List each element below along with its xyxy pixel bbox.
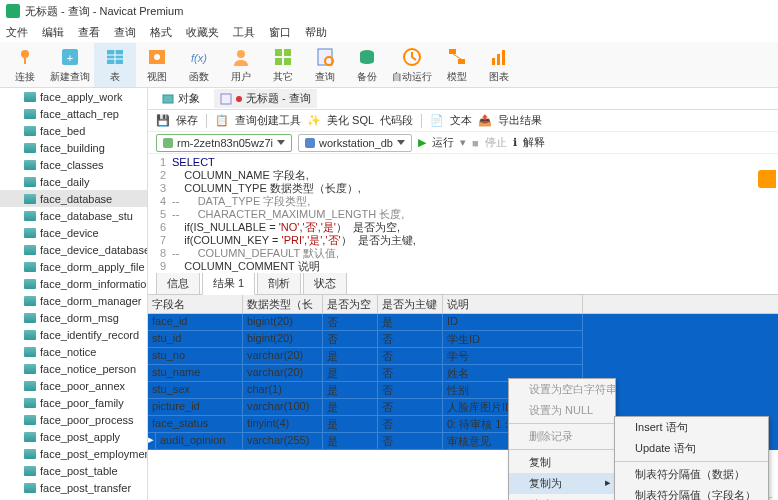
sidebar-item[interactable]: face_notice bbox=[0, 343, 147, 360]
svg-point-0 bbox=[21, 50, 29, 58]
menu-收藏夹[interactable]: 收藏夹 bbox=[186, 25, 219, 40]
sidebar-item[interactable]: face_device_database bbox=[0, 241, 147, 258]
explain-icon[interactable]: ℹ bbox=[513, 136, 517, 149]
sidebar-item[interactable]: face_dorm_information bbox=[0, 275, 147, 292]
run-button[interactable]: 运行 bbox=[432, 135, 454, 150]
text-icon[interactable]: 📄 bbox=[430, 114, 444, 127]
sidebar-item[interactable]: face_post_apply bbox=[0, 428, 147, 445]
ctx-update-stmt[interactable]: Update 语句 bbox=[615, 438, 768, 459]
connect-button[interactable]: 连接 bbox=[4, 43, 46, 87]
table-icon bbox=[24, 483, 36, 493]
code[interactable]: SELECT COLUMN_NAME 字段名, COLUMN_TYPE 数据类型… bbox=[172, 154, 778, 273]
sidebar-item[interactable]: face_record_workstudy bbox=[0, 496, 147, 500]
sql-editor[interactable]: 123456789 SELECT COLUMN_NAME 字段名, COLUMN… bbox=[148, 154, 778, 273]
sidebar-item[interactable]: face_post_table bbox=[0, 462, 147, 479]
sidebar-item[interactable]: face_post_transfer bbox=[0, 479, 147, 496]
context-menu[interactable]: 设置为空白字符串 设置为 NULL 删除记录 复制 复制为 粘贴 显示 bbox=[508, 378, 616, 500]
snippet-button[interactable]: 代码段 bbox=[380, 113, 413, 128]
chevron-down-icon bbox=[277, 140, 285, 145]
table-row[interactable]: stu_sexchar(1)是否性别 bbox=[148, 382, 778, 399]
save-button[interactable]: 保存 bbox=[176, 113, 198, 128]
sidebar-item[interactable]: face_poor_family bbox=[0, 394, 147, 411]
sidebar-item[interactable]: face_daily bbox=[0, 173, 147, 190]
grid-header: 字段名 数据类型（长 是否为空 是否为主键 说明 bbox=[148, 295, 778, 314]
beautify-icon[interactable]: ✨ bbox=[307, 114, 321, 127]
menu-帮助[interactable]: 帮助 bbox=[305, 25, 327, 40]
menu-格式[interactable]: 格式 bbox=[150, 25, 172, 40]
sidebar-item[interactable]: face_dorm_manager bbox=[0, 292, 147, 309]
new-query-button[interactable]: +新建查询 bbox=[46, 43, 94, 87]
menu-查询[interactable]: 查询 bbox=[114, 25, 136, 40]
menu-文件[interactable]: 文件 bbox=[6, 25, 28, 40]
text-button[interactable]: 文本 bbox=[450, 113, 472, 128]
table-row[interactable]: picture_idvarchar(100)是否人脸库图片ID bbox=[148, 399, 778, 416]
function-button[interactable]: f(x)函数 bbox=[178, 43, 220, 87]
ctx-set-blank[interactable]: 设置为空白字符串 bbox=[509, 379, 615, 400]
menu-编辑[interactable]: 编辑 bbox=[42, 25, 64, 40]
sidebar-item[interactable]: face_dorm_msg bbox=[0, 309, 147, 326]
ctx-set-null[interactable]: 设置为 NULL bbox=[509, 400, 615, 421]
menu-查看[interactable]: 查看 bbox=[78, 25, 100, 40]
table-button[interactable]: 表 bbox=[94, 43, 136, 87]
table-row[interactable]: stu_idbigint(20)否否学生ID bbox=[148, 331, 778, 348]
stop-icon: ■ bbox=[472, 137, 479, 149]
ctx-insert-stmt[interactable]: Insert 语句 bbox=[615, 417, 768, 438]
ctx-copy-as[interactable]: 复制为 bbox=[509, 473, 615, 494]
context-submenu[interactable]: Insert 语句 Update 语句 制表符分隔值（数据） 制表符分隔值（字段… bbox=[614, 416, 769, 500]
table-row[interactable]: stu_novarchar(20)是否学号 bbox=[148, 348, 778, 365]
sidebar-item[interactable]: face_bed bbox=[0, 122, 147, 139]
explain-button[interactable]: 解释 bbox=[523, 135, 545, 150]
sidebar-item[interactable]: face_poor_process bbox=[0, 411, 147, 428]
export-icon[interactable]: 📤 bbox=[478, 114, 492, 127]
sidebar-item[interactable]: face_device bbox=[0, 224, 147, 241]
ctx-paste[interactable]: 粘贴 bbox=[509, 494, 615, 500]
sidebar-item[interactable]: face_building bbox=[0, 139, 147, 156]
export-button[interactable]: 导出结果 bbox=[498, 113, 542, 128]
table-icon bbox=[104, 46, 126, 68]
backup-button[interactable]: 备份 bbox=[346, 43, 388, 87]
table-icon bbox=[24, 126, 36, 136]
query-button[interactable]: 查询 bbox=[304, 43, 346, 87]
chart-button[interactable]: 图表 bbox=[478, 43, 520, 87]
ctx-tsv-data[interactable]: 制表符分隔值（数据） bbox=[615, 464, 768, 485]
ctx-tsv-fields[interactable]: 制表符分隔值（字段名） bbox=[615, 485, 768, 500]
sidebar-item[interactable]: face_identify_record bbox=[0, 326, 147, 343]
menu-工具[interactable]: 工具 bbox=[233, 25, 255, 40]
sidebar-item[interactable]: face_dorm_apply_file bbox=[0, 258, 147, 275]
sidebar-item[interactable]: face_attach_rep bbox=[0, 105, 147, 122]
builder-icon[interactable]: 📋 bbox=[215, 114, 229, 127]
view-button[interactable]: 视图 bbox=[136, 43, 178, 87]
sidebar-item[interactable]: face_notice_person bbox=[0, 360, 147, 377]
menu-窗口[interactable]: 窗口 bbox=[269, 25, 291, 40]
tab-profile[interactable]: 剖析 bbox=[257, 272, 301, 294]
run-icon[interactable]: ▶ bbox=[418, 136, 426, 149]
ctx-copy[interactable]: 复制 bbox=[509, 452, 615, 473]
tab-status[interactable]: 状态 bbox=[303, 272, 347, 294]
sidebar-item[interactable]: face_database_stu bbox=[0, 207, 147, 224]
sidebar[interactable]: face_apply_workface_attach_repface_bedfa… bbox=[0, 88, 148, 500]
save-icon[interactable]: 💾 bbox=[156, 114, 170, 127]
beautify-button[interactable]: 美化 SQL bbox=[327, 113, 374, 128]
sidebar-item[interactable]: face_post_employmen bbox=[0, 445, 147, 462]
table-icon bbox=[24, 381, 36, 391]
tab-info[interactable]: 信息 bbox=[156, 272, 200, 294]
tab-objects[interactable]: 对象 bbox=[156, 89, 206, 108]
menubar[interactable]: 文件编辑查看查询格式收藏夹工具窗口帮助 bbox=[0, 22, 778, 42]
server-select[interactable]: rm-2zetn83n05wz7i bbox=[156, 134, 292, 152]
sidebar-item[interactable]: face_classes bbox=[0, 156, 147, 173]
builder-button[interactable]: 查询创建工具 bbox=[235, 113, 301, 128]
model-button[interactable]: 模型 bbox=[436, 43, 478, 87]
other-button[interactable]: 其它 bbox=[262, 43, 304, 87]
table-row[interactable]: stu_namevarchar(20)是否姓名 bbox=[148, 365, 778, 382]
tab-result[interactable]: 结果 1 bbox=[202, 272, 255, 295]
sidebar-item[interactable]: face_database bbox=[0, 190, 147, 207]
ctx-delete[interactable]: 删除记录 bbox=[509, 426, 615, 447]
db-select[interactable]: workstation_db bbox=[298, 134, 412, 152]
tab-query[interactable]: 无标题 - 查询 bbox=[214, 89, 317, 108]
side-badge[interactable] bbox=[758, 170, 776, 188]
sidebar-item[interactable]: face_poor_annex bbox=[0, 377, 147, 394]
user-button[interactable]: 用户 bbox=[220, 43, 262, 87]
sidebar-item[interactable]: face_apply_work bbox=[0, 88, 147, 105]
table-row[interactable]: face_idbigint(20)否是ID bbox=[148, 314, 778, 331]
automation-button[interactable]: 自动运行 bbox=[388, 43, 436, 87]
